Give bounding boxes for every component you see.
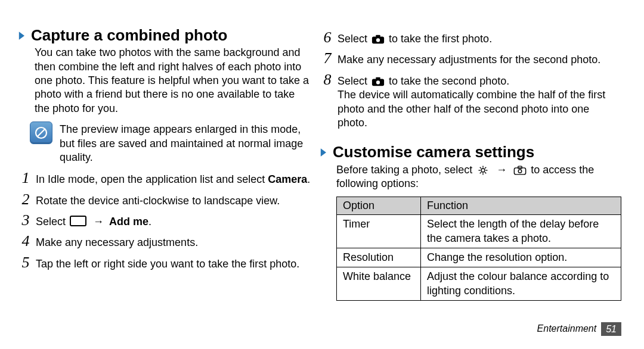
step-number: 1 xyxy=(17,170,35,186)
step-text: Tap the left or right side you want to t… xyxy=(36,255,312,271)
heading-capture-combined: Capture a combined photo xyxy=(16,26,320,45)
step-text: Select to take the second photo. The dev… xyxy=(338,72,614,130)
step-text: In Idle mode, open the application list … xyxy=(36,170,312,186)
step-number: 3 xyxy=(17,213,35,228)
option-name: Timer xyxy=(337,215,421,248)
step-text: Select → Add me. xyxy=(36,213,312,229)
option-function: Change the resolution option. xyxy=(421,248,621,267)
table-row: Resolution Change the resolution option. xyxy=(337,248,621,267)
step-6: 6 Select to take the first photo. xyxy=(318,30,614,46)
svg-rect-3 xyxy=(376,35,380,38)
step-number: 5 xyxy=(17,255,35,270)
step-number: 4 xyxy=(17,233,35,249)
table-row: Timer Select the length of the delay bef… xyxy=(337,215,621,248)
two-column-layout: Capture a combined photo You can take tw… xyxy=(35,26,621,301)
mode-rectangle-icon xyxy=(70,216,86,226)
note-icon xyxy=(30,121,52,144)
step-text: Select to take the first photo. xyxy=(338,30,614,46)
camera-icon xyxy=(371,34,385,45)
step-number: 6 xyxy=(318,30,336,45)
left-steps-list: 1 In Idle mode, open the application lis… xyxy=(17,170,312,271)
svg-rect-18 xyxy=(518,166,522,169)
chevron-right-icon xyxy=(16,30,27,42)
options-table: Option Function Timer Select the length … xyxy=(336,197,621,301)
heading-text: Capture a combined photo xyxy=(31,26,227,45)
svg-line-13 xyxy=(480,167,481,168)
settings-intro: Before taking a photo, select → to acces… xyxy=(336,163,617,191)
step-text: Rotate the device anti-clockwise to land… xyxy=(36,192,312,208)
intro-paragraph: You can take two photos with the same ba… xyxy=(35,46,311,116)
step-number: 2 xyxy=(17,192,35,207)
svg-rect-6 xyxy=(376,77,380,79)
step-text: Make any necessary adjustments. xyxy=(36,233,312,250)
option-function: Adjust the colour balance according to l… xyxy=(421,267,621,301)
col-option: Option xyxy=(337,197,421,215)
step-3: 3 Select → Add me. xyxy=(17,213,312,229)
step-8: 8 Select to take the second photo. The d… xyxy=(318,72,614,130)
chevron-right-icon xyxy=(317,147,329,158)
note-block: The preview image appears enlarged in th… xyxy=(30,121,314,164)
manual-page: Capture a combined photo You can take tw… xyxy=(0,0,644,349)
right-column: 6 Select to take the first photo. 7 Make… xyxy=(336,26,621,301)
svg-point-8 xyxy=(481,169,485,172)
step-5: 5 Tap the left or right side you want to… xyxy=(17,255,312,271)
step-text: Make any necessary adjustments for the s… xyxy=(338,51,614,67)
svg-line-15 xyxy=(480,172,481,173)
svg-point-19 xyxy=(518,169,522,173)
camera-icon xyxy=(371,76,385,87)
camera-outline-icon xyxy=(513,165,527,176)
step-number: 7 xyxy=(318,51,336,66)
left-column: Capture a combined photo You can take tw… xyxy=(35,26,320,301)
step-number: 8 xyxy=(318,72,336,88)
page-number: 51 xyxy=(601,322,621,336)
table-header-row: Option Function xyxy=(337,197,621,215)
col-function: Function xyxy=(421,197,621,215)
gear-icon xyxy=(476,165,490,176)
table-row: White balance Adjust the colour balance … xyxy=(337,267,621,301)
step-7: 7 Make any necessary adjustments for the… xyxy=(318,51,614,67)
svg-point-7 xyxy=(376,80,380,84)
step-2: 2 Rotate the device anti-clockwise to la… xyxy=(17,192,312,208)
heading-customise-settings: Customise camera settings xyxy=(317,143,621,161)
svg-line-16 xyxy=(485,167,486,168)
svg-line-1 xyxy=(38,129,45,136)
heading-text: Customise camera settings xyxy=(333,143,534,161)
section-name: Entertainment xyxy=(537,323,597,334)
right-steps-list: 6 Select to take the first photo. 7 Make… xyxy=(318,30,614,130)
option-function: Select the length of the delay before th… xyxy=(421,215,621,248)
note-text: The preview image appears enlarged in th… xyxy=(60,121,314,164)
option-name: Resolution xyxy=(337,248,421,267)
svg-line-14 xyxy=(485,172,486,173)
svg-point-4 xyxy=(376,38,380,42)
page-footer: Entertainment 51 xyxy=(537,322,621,336)
step-1: 1 In Idle mode, open the application lis… xyxy=(17,170,312,186)
option-name: White balance xyxy=(337,267,421,301)
step-4: 4 Make any necessary adjustments. xyxy=(17,233,312,250)
